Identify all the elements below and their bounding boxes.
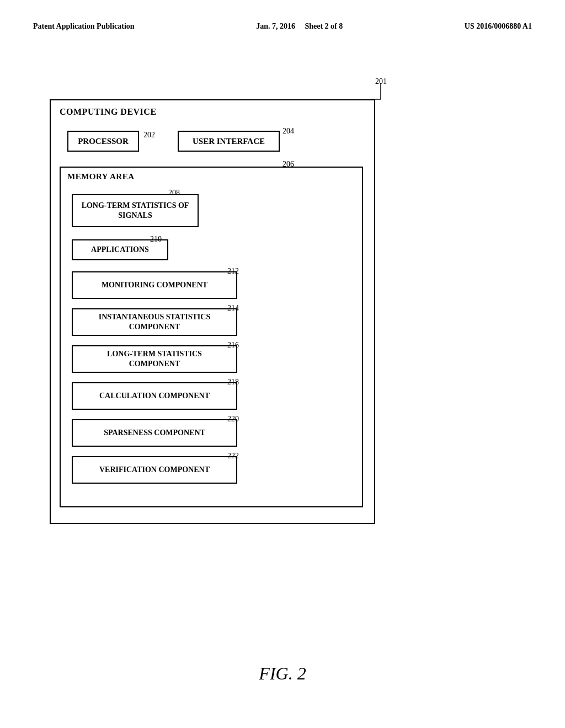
memory-area-label: MEMORY AREA bbox=[67, 172, 135, 181]
page-header: Patent Application Publication Jan. 7, 2… bbox=[0, 0, 565, 42]
ref-222-label: 222 bbox=[227, 452, 239, 461]
instantaneous-stats-label: INSTANTANEOUS STATISTICS COMPONENT bbox=[99, 312, 210, 332]
ref-206-label: 206 bbox=[282, 160, 294, 169]
figure-label: FIG. 2 bbox=[259, 663, 306, 684]
header-patent-number: US 2016/0006880 A1 bbox=[465, 22, 532, 31]
calculation-component-label: CALCULATION COMPONENT bbox=[99, 391, 210, 401]
user-interface-label: USER INTERFACE bbox=[193, 137, 265, 146]
header-date: Jan. 7, 2016 bbox=[256, 22, 295, 30]
ref-214-label: 214 bbox=[227, 304, 239, 313]
lt-stats-signals-box: LONG-TERM STATISTICS OF SIGNALS bbox=[72, 194, 199, 227]
ref-220-label: 220 bbox=[227, 415, 239, 424]
sparseness-component-box: SPARSENESS COMPONENT bbox=[72, 419, 237, 447]
ref-212-label: 212 bbox=[227, 267, 239, 276]
sparseness-component-label: SPARSENESS COMPONENT bbox=[104, 428, 205, 438]
user-interface-box: USER INTERFACE bbox=[178, 131, 280, 152]
memory-area-box: MEMORY AREA LONG-TERM STATISTICS OF SIGN… bbox=[60, 167, 363, 507]
lt-stats-signals-label: LONG-TERM STATISTICS OF SIGNALS bbox=[82, 201, 189, 221]
verification-component-label: VERIFICATION COMPONENT bbox=[99, 465, 210, 475]
computing-device-box: COMPUTING DEVICE PROCESSOR USER INTERFAC… bbox=[50, 99, 375, 524]
ref-202-label: 202 bbox=[143, 131, 155, 140]
lt-stats-component-label: LONG-TERM STATISTICS COMPONENT bbox=[107, 349, 202, 369]
header-publication: Patent Application Publication bbox=[33, 22, 135, 31]
header-date-sheet: Jan. 7, 2016 Sheet 2 of 8 bbox=[256, 22, 343, 31]
monitoring-component-box: MONITORING COMPONENT bbox=[72, 271, 237, 299]
instantaneous-stats-box: INSTANTANEOUS STATISTICS COMPONENT bbox=[72, 308, 237, 336]
ref-208-label: 208 bbox=[168, 189, 180, 197]
header-sheet: Sheet 2 of 8 bbox=[305, 22, 343, 30]
ref-218-label: 218 bbox=[227, 378, 239, 387]
diagram-area: 201 bbox=[50, 77, 403, 529]
verification-component-box: VERIFICATION COMPONENT bbox=[72, 456, 237, 484]
calculation-component-box: CALCULATION COMPONENT bbox=[72, 382, 237, 410]
ref-216-label: 216 bbox=[227, 341, 239, 350]
processor-label: PROCESSOR bbox=[78, 137, 129, 146]
applications-label: APPLICATIONS bbox=[91, 245, 149, 254]
ref-201-label: 201 bbox=[375, 77, 387, 86]
processor-box: PROCESSOR bbox=[67, 131, 139, 152]
lt-stats-component-box: LONG-TERM STATISTICS COMPONENT bbox=[72, 345, 237, 373]
computing-device-label: COMPUTING DEVICE bbox=[60, 107, 157, 117]
ref-210-label: 210 bbox=[150, 235, 162, 244]
monitoring-component-label: MONITORING COMPONENT bbox=[102, 280, 207, 290]
ref-204-label: 204 bbox=[282, 127, 294, 136]
